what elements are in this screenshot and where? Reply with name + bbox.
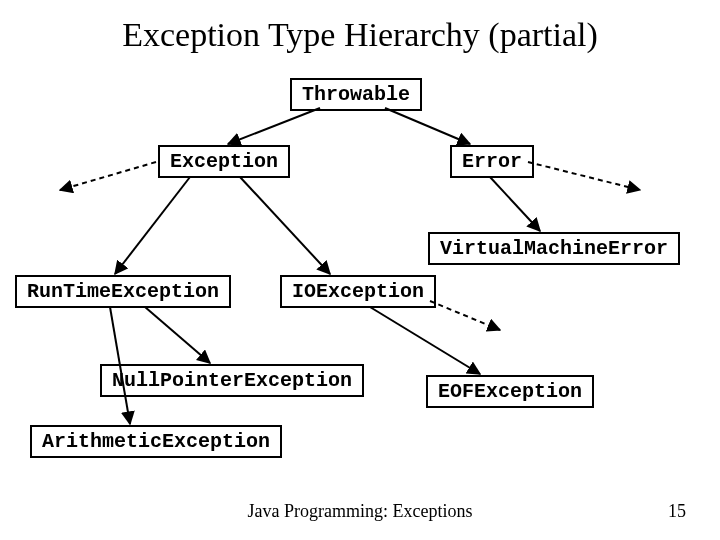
svg-line-4 (115, 177, 190, 274)
node-vmerror: VirtualMachineError (428, 232, 680, 265)
node-arithmetic: ArithmeticException (30, 425, 282, 458)
svg-line-5 (240, 177, 330, 274)
svg-line-1 (385, 108, 470, 144)
node-error: Error (450, 145, 534, 178)
node-exception: Exception (158, 145, 290, 178)
svg-line-6 (490, 177, 540, 231)
node-runtime: RunTimeException (15, 275, 231, 308)
slide: Exception Type Hierarchy (partial) Throw… (0, 0, 720, 540)
node-throwable: Throwable (290, 78, 422, 111)
node-ioexception: IOException (280, 275, 436, 308)
svg-line-9 (370, 307, 480, 374)
svg-line-0 (228, 108, 320, 144)
svg-line-2 (60, 162, 156, 190)
footer-text: Java Programming: Exceptions (0, 501, 720, 522)
page-number: 15 (668, 501, 686, 522)
svg-line-3 (528, 162, 640, 190)
page-title: Exception Type Hierarchy (partial) (0, 16, 720, 54)
node-nullpointer: NullPointerException (100, 364, 364, 397)
svg-line-10 (430, 301, 500, 330)
node-eof: EOFException (426, 375, 594, 408)
svg-line-7 (145, 307, 210, 363)
